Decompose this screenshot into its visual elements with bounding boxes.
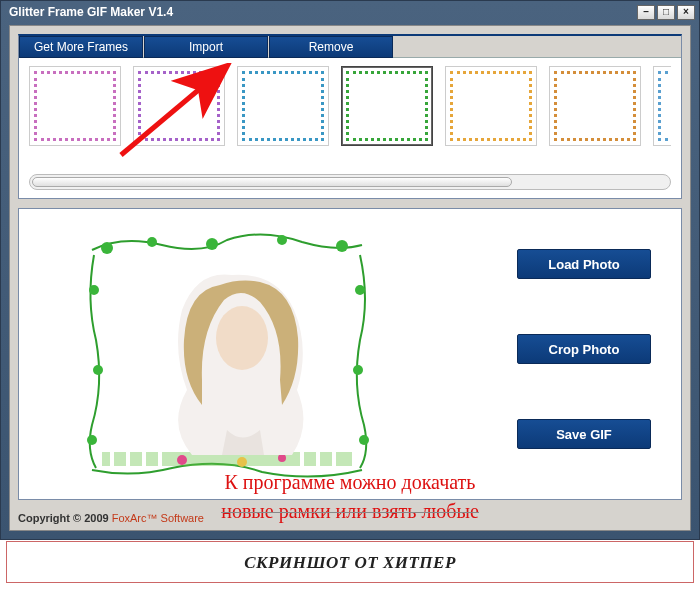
scrollbar-thumb[interactable]: [32, 177, 512, 187]
svg-point-20: [177, 455, 187, 465]
svg-point-22: [278, 454, 286, 462]
copyright-text: Copyright © 2009: [18, 512, 112, 524]
watermark-text: СКРИНШОТ ОТ ХИТПЕР: [0, 553, 700, 573]
get-more-frames-button[interactable]: Get More Frames: [19, 36, 143, 58]
svg-point-9: [355, 285, 365, 295]
frame-thumb-5[interactable]: [445, 66, 537, 146]
frame-decoration-icon: [554, 71, 636, 141]
svg-point-4: [277, 235, 287, 245]
svg-point-10: [353, 365, 363, 375]
frame-decoration-icon: [242, 71, 324, 141]
load-photo-button[interactable]: Load Photo: [517, 249, 651, 279]
svg-point-3: [206, 238, 218, 250]
titlebar: Glitter Frame GIF Maker V1.4 – □ ×: [1, 1, 699, 23]
maximize-button[interactable]: □: [657, 5, 675, 20]
frames-panel: Get More Frames Import Remove: [18, 34, 682, 199]
frames-toolbar: Get More Frames Import Remove: [19, 36, 681, 58]
frame-thumb-1[interactable]: [29, 66, 121, 146]
frame-thumb-3[interactable]: [237, 66, 329, 146]
frames-scrollbar[interactable]: [29, 174, 671, 190]
close-button[interactable]: ×: [677, 5, 695, 20]
svg-point-23: [216, 306, 268, 370]
vendor-link[interactable]: FoxArc™ Software: [112, 512, 204, 524]
frame-decoration-icon: [138, 71, 220, 141]
remove-button[interactable]: Remove: [269, 36, 393, 58]
svg-point-6: [89, 285, 99, 295]
footer: Copyright © 2009 FoxArc™ Software: [18, 512, 204, 524]
frame-decoration-icon: [34, 71, 116, 141]
photo-with-frame-icon: [82, 230, 372, 480]
preview-panel: Load Photo Crop Photo Save GIF: [18, 208, 682, 500]
watermark-box: [6, 541, 694, 583]
frame-thumb-2[interactable]: [133, 66, 225, 146]
frames-strip[interactable]: [29, 66, 671, 161]
frame-thumb-4[interactable]: [341, 66, 433, 146]
svg-point-2: [147, 237, 157, 247]
frame-decoration-icon: [450, 71, 532, 141]
frame-decoration-icon: [346, 71, 428, 141]
client-area: Get More Frames Import Remove: [9, 25, 691, 531]
svg-point-11: [359, 435, 369, 445]
svg-point-5: [336, 240, 348, 252]
svg-point-1: [101, 242, 113, 254]
svg-point-21: [237, 457, 247, 467]
crop-photo-button[interactable]: Crop Photo: [517, 334, 651, 364]
frame-thumb-6[interactable]: [549, 66, 641, 146]
minimize-button[interactable]: –: [637, 5, 655, 20]
app-window: Glitter Frame GIF Maker V1.4 – □ × Get M…: [0, 0, 700, 540]
side-buttons: Load Photo Crop Photo Save GIF: [517, 249, 651, 449]
frame-thumb-7[interactable]: [653, 66, 671, 146]
import-button[interactable]: Import: [144, 36, 268, 58]
window-title: Glitter Frame GIF Maker V1.4: [5, 5, 637, 19]
save-gif-button[interactable]: Save GIF: [517, 419, 651, 449]
window-controls: – □ ×: [637, 5, 695, 20]
preview-image: [81, 229, 371, 479]
frame-decoration-icon: [658, 71, 671, 141]
svg-point-7: [93, 365, 103, 375]
svg-point-8: [87, 435, 97, 445]
